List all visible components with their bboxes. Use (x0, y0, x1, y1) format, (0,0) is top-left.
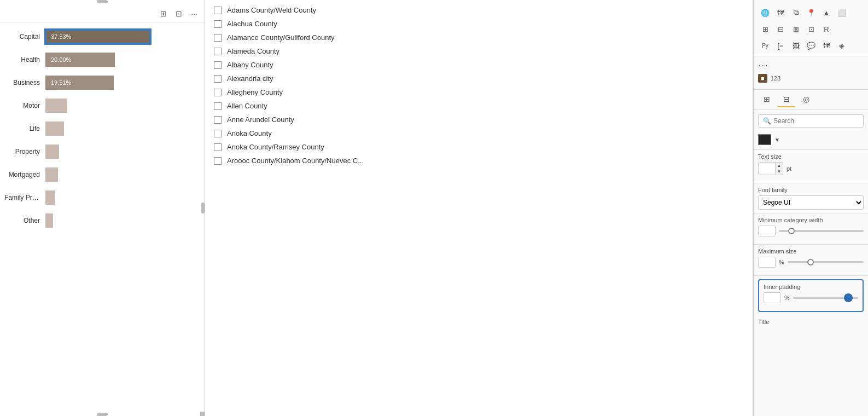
text-size-label: Text size (758, 153, 864, 160)
inner-padding-spinbox[interactable]: 47 (764, 292, 781, 303)
min-category-width-input[interactable]: 20 (759, 226, 775, 236)
chart-bar[interactable] (45, 213, 53, 228)
county-item[interactable]: Aroooc County/Klahom County/Nuevec C... (205, 154, 753, 167)
chart-row[interactable]: Life (4, 121, 200, 136)
county-item[interactable]: Adams County/Weld County (205, 3, 753, 17)
chart-row[interactable]: Property (4, 144, 200, 159)
corner-resize-handle[interactable] (200, 412, 205, 416)
layers-icon[interactable]: ⧉ (789, 5, 803, 20)
image-icon[interactable]: 🖼 (789, 38, 803, 53)
chart-label: Capital (4, 33, 45, 41)
filter-icon[interactable]: ⊞ (158, 8, 170, 20)
more-icon[interactable]: ··· (188, 8, 200, 20)
table-icon-4[interactable]: ⊡ (804, 22, 818, 36)
chart-bar[interactable] (45, 122, 64, 136)
county-checkbox[interactable] (214, 89, 222, 96)
text-size-input[interactable]: 9 (759, 164, 775, 174)
max-size-spinbox[interactable]: 25 (758, 257, 776, 268)
font-family-select[interactable]: Segoe UIArialCalibriTimes New Roman (758, 195, 864, 210)
tab-grid[interactable]: ⊞ (758, 92, 776, 107)
county-item[interactable]: Anoka County/Ramsey County (205, 140, 753, 154)
chart-bar[interactable] (45, 167, 58, 182)
chart-row[interactable]: Health20.00% (4, 52, 200, 67)
map-icon[interactable]: 🗺 (773, 5, 788, 20)
badge-section: ■ 123 (754, 71, 868, 90)
min-category-width-slider[interactable] (779, 230, 864, 232)
chart-bar[interactable]: 37.53% (45, 30, 150, 44)
county-item[interactable]: Alexandria city (205, 72, 753, 85)
table-icon-3[interactable]: ⊠ (789, 22, 803, 36)
right-ellipsis[interactable]: ... (754, 56, 868, 71)
county-item[interactable]: Anoka County (205, 126, 753, 140)
county-item[interactable]: Anne Arundel County (205, 113, 753, 126)
chart-bar-container (45, 145, 200, 159)
chart-row[interactable]: Capital37.53% (4, 29, 200, 44)
search-input[interactable] (773, 117, 859, 125)
chart-bar[interactable]: 19.51% (45, 76, 114, 90)
county-checkbox[interactable] (214, 48, 222, 55)
right-resize-handle[interactable] (201, 203, 205, 213)
county-checkbox[interactable] (214, 61, 222, 69)
chart-bar[interactable] (45, 190, 55, 205)
county-item[interactable]: Albany County (205, 58, 753, 72)
chat-icon[interactable]: 💬 (804, 38, 818, 53)
county-checkbox[interactable] (214, 34, 222, 42)
tab-analytics[interactable]: ◎ (797, 92, 815, 107)
table-icon-2[interactable]: ⊟ (773, 22, 788, 36)
py-icon[interactable]: Py (758, 38, 772, 53)
max-size-input[interactable]: 25 (759, 257, 775, 267)
county-item[interactable]: Alachua County (205, 17, 753, 31)
globe-icon[interactable]: 🌐 (758, 5, 772, 20)
county-item[interactable]: Alameda County (205, 44, 753, 58)
top-resize-handle[interactable] (97, 0, 108, 3)
text-size-spinbox[interactable]: 9 ▲ ▼ (758, 162, 783, 175)
left-bracket[interactable]: [= (773, 38, 788, 53)
county-checkbox[interactable] (214, 20, 222, 28)
tab-format[interactable]: ⊟ (778, 92, 795, 107)
chart-bar[interactable]: 20.00% (45, 53, 115, 67)
county-checkbox[interactable] (214, 116, 222, 124)
text-size-down[interactable]: ▼ (775, 169, 783, 175)
county-checkbox[interactable] (214, 75, 222, 83)
chart-bar[interactable] (45, 99, 67, 113)
county-name: Aroooc County/Klahom County/Nuevec C... (227, 157, 364, 165)
min-category-width-spinbox[interactable]: 20 (758, 226, 776, 236)
chart-bar[interactable] (45, 145, 59, 159)
map2-icon[interactable]: 🗺 (819, 38, 834, 53)
color-dropdown-arrow[interactable]: ▼ (774, 137, 780, 143)
color-swatch[interactable] (758, 134, 771, 145)
diamond-icon[interactable]: ◈ (835, 38, 849, 53)
min-category-width-thumb[interactable] (788, 228, 795, 234)
right-tabs: ⊞⊟◎ (754, 90, 868, 110)
letter-r[interactable]: R (819, 22, 834, 36)
county-checkbox[interactable] (214, 143, 222, 151)
county-item[interactable]: Alamance County/Guilford County (205, 31, 753, 44)
pin-icon[interactable]: 📍 (804, 5, 818, 20)
chart-row[interactable]: Other (4, 213, 200, 228)
chart-row[interactable]: Motor (4, 98, 200, 113)
text-size-up[interactable]: ▲ (775, 163, 783, 169)
chart-bar-container (45, 99, 200, 113)
bottom-resize-handle[interactable] (97, 413, 108, 416)
table-icon[interactable]: ⊡ (173, 8, 185, 20)
chart-row[interactable]: Family Pro... (4, 190, 200, 205)
county-checkbox[interactable] (214, 102, 222, 110)
county-checkbox[interactable] (214, 130, 222, 137)
inner-padding-input[interactable]: 47 (764, 293, 780, 303)
max-size-slider[interactable] (788, 261, 864, 263)
table-icon-1[interactable]: ⊞ (758, 22, 772, 36)
chart-row[interactable]: Business19.51% (4, 75, 200, 90)
inner-padding-thumb[interactable] (844, 293, 853, 302)
max-size-thumb[interactable] (807, 259, 814, 265)
county-checkbox[interactable] (214, 157, 222, 165)
inner-padding-slider[interactable] (793, 297, 858, 299)
search-box[interactable]: 🔍 (758, 114, 864, 128)
county-checkbox[interactable] (214, 7, 222, 14)
chart-row[interactable]: Mortgaged (4, 167, 200, 182)
county-item[interactable]: Allen County (205, 99, 753, 113)
chart-icon[interactable]: ▲ (819, 5, 834, 20)
county-item[interactable]: Allegheny County (205, 85, 753, 99)
toolbar-row: ⊞⊟⊠⊡R (758, 22, 864, 36)
expand-icon[interactable]: ⬜ (835, 5, 849, 20)
chart-label: Health (4, 56, 45, 63)
